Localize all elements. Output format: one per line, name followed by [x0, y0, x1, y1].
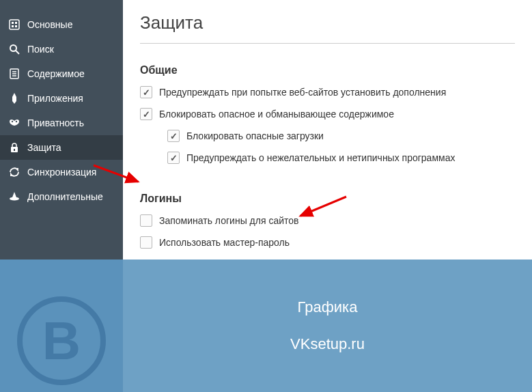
sidebar-item-label: Приложения	[27, 93, 83, 104]
svg-rect-2	[15, 22, 17, 24]
banner-line1: Графика	[298, 298, 358, 316]
sidebar-item-label: Содержимое	[27, 68, 85, 79]
svg-point-5	[10, 45, 16, 51]
svg-point-11	[12, 121, 13, 122]
checkbox-block-downloads[interactable]	[167, 130, 180, 142]
logo-letter: В	[42, 314, 81, 367]
sidebar-item-label: Приватность	[27, 117, 84, 128]
checkbox-warn-unwanted[interactable]	[167, 152, 180, 164]
search-icon	[7, 43, 22, 55]
sidebar-item-label: Дополнительные	[27, 191, 103, 202]
banner-line2: VKsetup.ru	[290, 335, 365, 353]
sidebar-item-label: Синхронизация	[27, 167, 96, 178]
panel-icon	[7, 18, 22, 31]
svg-line-6	[16, 51, 19, 54]
checkbox-row-master-password: Использовать мастер-пароль	[140, 236, 515, 249]
document-icon	[7, 68, 22, 80]
svg-rect-4	[15, 25, 17, 27]
lock-icon	[7, 141, 22, 154]
checkbox-label: Блокировать опасные загрузки	[186, 130, 324, 141]
sidebar-item-search[interactable]: Поиск	[0, 37, 123, 61]
banner-text-area: Графика VKsetup.ru	[123, 260, 532, 392]
sidebar-item-security[interactable]: Защита	[0, 135, 123, 160]
footer-banner: В Графика VKsetup.ru	[0, 260, 532, 392]
sync-icon	[7, 166, 22, 178]
checkbox-label: Использовать мастер-пароль	[159, 237, 290, 248]
checkbox-warn-addons[interactable]	[140, 86, 152, 98]
sidebar-item-label: Поиск	[27, 44, 54, 55]
checkbox-row-block-dangerous: Блокировать опасное и обманывающее содер…	[140, 108, 515, 120]
sidebar-item-privacy[interactable]: Приватность	[0, 111, 123, 135]
checkbox-row-warn-addons: Предупреждать при попытке веб-сайтов уст…	[140, 86, 515, 98]
svg-rect-3	[12, 25, 14, 27]
checkbox-label: Предупреждать при попытке веб-сайтов уст…	[159, 87, 446, 98]
checkbox-row-remember-logins: Запоминать логины для сайтов	[140, 214, 515, 227]
checkbox-label: Блокировать опасное и обманывающее содер…	[159, 109, 394, 120]
svg-point-15	[10, 197, 19, 201]
mask-icon	[7, 117, 22, 129]
hat-icon	[7, 191, 22, 203]
sidebar-item-label: Защита	[27, 142, 61, 153]
section-heading-logins: Логины	[140, 193, 515, 205]
section-heading-general: Общие	[140, 64, 515, 76]
checkbox-row-warn-unwanted: Предупреждать о нежелательных и нетипичн…	[167, 152, 515, 164]
checkbox-remember-logins[interactable]	[140, 214, 152, 227]
sidebar-item-label: Основные	[27, 19, 72, 30]
checkbox-label: Запоминать логины для сайтов	[159, 215, 298, 226]
svg-point-12	[16, 121, 17, 122]
svg-rect-0	[10, 20, 19, 29]
sidebar-item-general[interactable]: Основные	[0, 12, 123, 37]
page-title: Защита	[140, 12, 515, 44]
svg-rect-1	[12, 22, 14, 24]
checkbox-row-block-downloads: Блокировать опасные загрузки	[167, 130, 515, 142]
sidebar-item-applications[interactable]: Приложения	[0, 86, 123, 111]
svg-rect-14	[14, 149, 15, 151]
checkbox-master-password[interactable]	[140, 236, 152, 249]
rocket-icon	[7, 92, 22, 104]
checkbox-block-dangerous[interactable]	[140, 108, 152, 120]
sidebar-item-advanced[interactable]: Дополнительные	[0, 184, 123, 209]
sidebar-item-content[interactable]: Содержимое	[0, 61, 123, 86]
logo-ring: В	[17, 296, 106, 385]
banner-logo-area: В	[0, 260, 123, 392]
sidebar-item-sync[interactable]: Синхронизация	[0, 160, 123, 184]
checkbox-label: Предупреждать о нежелательных и нетипичн…	[186, 152, 455, 163]
